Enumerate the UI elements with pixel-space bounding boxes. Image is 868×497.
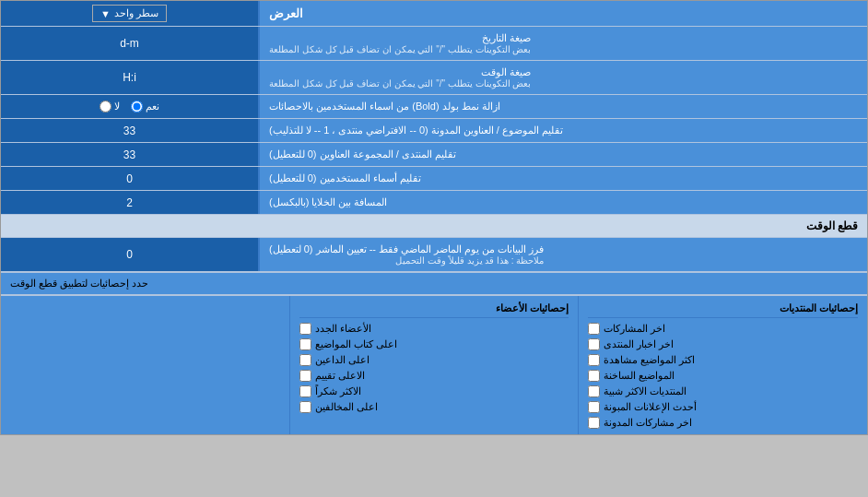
remove-bold-radio-group: نعم لا: [100, 101, 159, 112]
topic-address-label: تقليم الموضوع / العناوين المدونة (0 -- ا…: [259, 119, 867, 142]
time-format-label: صيغة الوقت بعض التكوينات يتطلب "/" التي …: [259, 61, 867, 94]
col-members: إحصائيات الأعضاء الأعضاء الجدد اعلى كتاب…: [289, 296, 579, 434]
cb-announcements-input[interactable]: [588, 401, 600, 413]
cutoff-days-input[interactable]: [6, 248, 252, 261]
remove-bold-input-cell: نعم لا: [1, 95, 259, 118]
cb-new-members[interactable]: الأعضاء الجدد: [299, 321, 569, 337]
time-format-input[interactable]: [6, 71, 252, 84]
remove-bold-row: ازالة نمط بولد (Bold) من اسماء المستخدمي…: [1, 95, 867, 119]
cutoff-section-header: قطع الوقت: [1, 215, 867, 238]
cb-announcements[interactable]: أحدث الإعلانات المبونة: [588, 399, 858, 415]
date-format-row: صيغة التاريخ بعض التكوينات يتطلب "/" الت…: [1, 27, 867, 61]
cutoff-days-label: فرز البيانات من يوم الماضر الماضي فقط --…: [259, 238, 867, 271]
cb-blog-posts[interactable]: اخر مشاركات المدونة: [588, 415, 858, 431]
date-format-label: صيغة التاريخ بعض التكوينات يتطلب "/" الت…: [259, 27, 867, 60]
cb-hot-topics-input[interactable]: [588, 370, 600, 382]
cb-top-violators[interactable]: اعلى المخالفين: [299, 399, 569, 415]
checkboxes-grid: إحصائيات المنتديات اخر المشاركات اخر اخب…: [1, 295, 867, 434]
cb-hot-topics[interactable]: المواضيع الساخنة: [588, 368, 858, 384]
cell-spacing-label: المسافة بين الخلايا (بالبكسل): [259, 191, 867, 214]
cb-blog-posts-input[interactable]: [588, 417, 600, 429]
dropdown-label: سطر واحد: [114, 7, 158, 19]
cell-spacing-input-cell: [1, 191, 259, 214]
display-label: العرض: [259, 1, 867, 26]
display-dropdown[interactable]: سطر واحد ▼: [92, 5, 167, 22]
cutoff-days-row: فرز البيانات من يوم الماضر الماضي فقط --…: [1, 238, 867, 272]
cb-most-viewed[interactable]: اكثر المواضيع مشاهدة: [588, 352, 858, 368]
cell-spacing-input[interactable]: [6, 196, 252, 209]
cb-top-rated[interactable]: الاعلى تقييم: [299, 368, 569, 384]
usernames-input[interactable]: [6, 172, 252, 185]
radio-yes-label[interactable]: نعم: [131, 101, 159, 112]
cb-similar-forums[interactable]: المنتديات الاكثر شبية: [588, 384, 858, 399]
cb-top-rated-input[interactable]: [299, 370, 311, 382]
dropdown-arrow-icon: ▼: [100, 8, 111, 19]
cb-most-viewed-input[interactable]: [588, 354, 600, 366]
forum-group-input[interactable]: [6, 148, 252, 161]
dropdown-cell[interactable]: سطر واحد ▼: [1, 1, 259, 26]
cb-last-posts-input[interactable]: [588, 323, 600, 335]
topic-address-input-cell: [1, 119, 259, 142]
cell-spacing-row: المسافة بين الخلايا (بالبكسل): [1, 191, 867, 215]
forum-group-input-cell: [1, 143, 259, 166]
col-forums-header: إحصائيات المنتديات: [588, 300, 858, 318]
cb-most-thanks-input[interactable]: [299, 385, 311, 397]
time-format-input-cell: [1, 61, 259, 94]
cb-last-posts[interactable]: اخر المشاركات: [588, 321, 858, 337]
topic-address-input[interactable]: [6, 124, 252, 137]
topic-address-row: تقليم الموضوع / العناوين المدونة (0 -- ا…: [1, 119, 867, 143]
cb-top-writers[interactable]: اعلى كتاب المواضيع: [299, 337, 569, 352]
cb-forum-news[interactable]: اخر اخبار المنتدى: [588, 337, 858, 352]
date-format-input-cell: [1, 27, 259, 60]
cb-top-inviters[interactable]: اعلى الداعين: [299, 352, 569, 368]
usernames-row: تقليم أسماء المستخدمين (0 للتعطيل): [1, 167, 867, 191]
col-members-header: إحصائيات الأعضاء: [299, 300, 569, 318]
cb-top-inviters-input[interactable]: [299, 354, 311, 366]
cb-forum-news-input[interactable]: [588, 338, 600, 350]
remove-bold-label: ازالة نمط بولد (Bold) من اسماء المستخدمي…: [259, 95, 867, 118]
date-format-input[interactable]: [6, 37, 252, 50]
forum-group-row: تقليم المنتدى / المجموعة العناوين (0 للت…: [1, 143, 867, 167]
cb-top-violators-input[interactable]: [299, 401, 311, 413]
col-forums: إحصائيات المنتديات اخر المشاركات اخر اخب…: [578, 296, 867, 434]
limit-label: حدد إحصائيات لتطبيق قطع الوقت: [1, 273, 867, 294]
cb-new-members-input[interactable]: [299, 323, 311, 335]
cutoff-days-input-cell: [1, 238, 259, 271]
cb-top-writers-input[interactable]: [299, 338, 311, 350]
usernames-label: تقليم أسماء المستخدمين (0 للتعطيل): [259, 167, 867, 190]
forum-group-label: تقليم المنتدى / المجموعة العناوين (0 للت…: [259, 143, 867, 166]
cb-most-thanks[interactable]: الاكثر شكراً: [299, 384, 569, 399]
time-format-row: صيغة الوقت بعض التكوينات يتطلب "/" التي …: [1, 61, 867, 95]
radio-no[interactable]: [100, 101, 111, 112]
usernames-input-cell: [1, 167, 259, 190]
limit-label-row: حدد إحصائيات لتطبيق قطع الوقت: [1, 273, 867, 295]
col-extra: [1, 296, 289, 434]
radio-yes[interactable]: [131, 101, 143, 112]
radio-no-label[interactable]: لا: [100, 101, 120, 112]
cb-similar-forums-input[interactable]: [588, 385, 600, 397]
